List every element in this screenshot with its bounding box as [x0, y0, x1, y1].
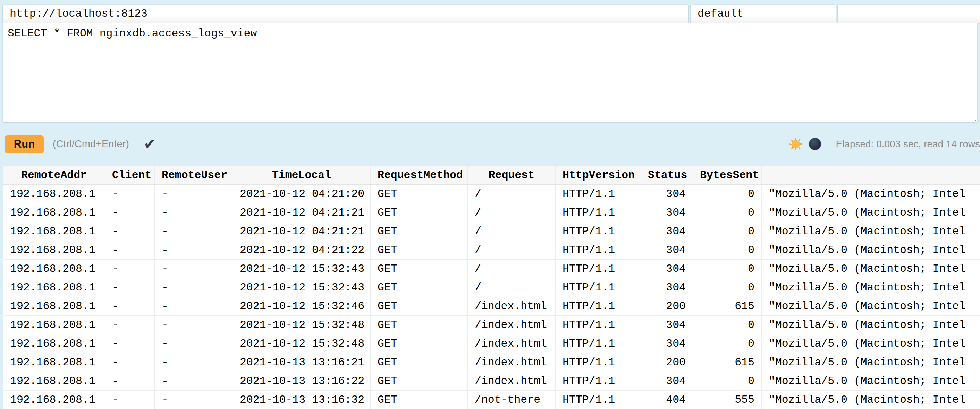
table-cell: 304 [641, 241, 693, 260]
column-header-client: Client [105, 166, 155, 185]
table-cell: / [468, 222, 555, 241]
table-cell: HTTP/1.1 [555, 203, 641, 222]
column-header-useragent [762, 166, 980, 185]
table-cell: "Mozilla/5.0 (Macintosh; Intel [762, 203, 980, 222]
table-cell: /index.html [468, 353, 555, 372]
table-cell: - [155, 353, 233, 372]
table-cell: GET [371, 316, 468, 334]
table-cell: 192.168.208.1 [3, 241, 105, 260]
table-cell: 615 [693, 353, 762, 372]
table-cell: - [155, 391, 233, 409]
shortcut-hint: (Ctrl/Cmd+Enter) [53, 138, 129, 150]
table-cell: 304 [641, 278, 693, 297]
table-cell: GET [371, 353, 468, 372]
table-cell: - [155, 372, 233, 391]
table-cell: / [468, 260, 555, 278]
password-input[interactable] [838, 5, 980, 22]
table-cell: "Mozilla/5.0 (Macintosh; Intel [762, 334, 980, 353]
column-header-requestmethod: RequestMethod [371, 166, 468, 185]
results-body: 192.168.208.1--2021-10-12 04:21:20GET/HT… [3, 185, 980, 409]
table-cell: HTTP/1.1 [555, 334, 641, 353]
table-cell: HTTP/1.1 [555, 241, 641, 260]
table-row: 192.168.208.1--2021-10-12 15:32:46GET/in… [3, 297, 980, 316]
table-cell: 304 [641, 372, 693, 391]
table-row: 192.168.208.1--2021-10-12 15:32:48GET/in… [3, 316, 980, 334]
table-cell: / [468, 241, 555, 260]
query-textarea[interactable]: SELECT * FROM nginxdb.access_logs_view [3, 23, 977, 122]
run-button[interactable]: Run [5, 135, 44, 153]
server-url-input[interactable] [3, 5, 689, 22]
table-cell: 304 [641, 260, 693, 278]
table-cell: HTTP/1.1 [555, 278, 641, 297]
table-cell: 192.168.208.1 [3, 353, 105, 372]
column-header-request: Request [468, 166, 555, 185]
table-cell: /index.html [468, 297, 555, 316]
table-cell: - [105, 222, 155, 241]
table-cell: 0 [693, 222, 762, 241]
table-cell: 2021-10-13 13:16:21 [233, 353, 371, 372]
moon-dark-theme-icon[interactable] [809, 138, 821, 150]
table-cell: - [105, 185, 155, 203]
table-cell: 192.168.208.1 [3, 260, 105, 278]
table-cell: "Mozilla/5.0 (Macintosh; Intel [762, 185, 980, 203]
table-cell: - [155, 260, 233, 278]
table-row: 192.168.208.1--2021-10-13 13:16:22GET/in… [3, 372, 980, 391]
table-cell: GET [371, 203, 468, 222]
table-row: 192.168.208.1--2021-10-12 15:32:43GET/HT… [3, 278, 980, 297]
sun-light-theme-icon[interactable] [789, 138, 802, 151]
table-cell: 2021-10-12 04:21:21 [233, 203, 371, 222]
table-cell: GET [371, 260, 468, 278]
table-cell: HTTP/1.1 [555, 222, 641, 241]
table-row: 192.168.208.1--2021-10-12 04:21:20GET/HT… [3, 185, 980, 203]
username-input[interactable] [690, 5, 836, 22]
table-cell: 192.168.208.1 [3, 372, 105, 391]
table-cell: GET [371, 372, 468, 391]
table-cell: / [468, 203, 555, 222]
column-header-remoteaddr: RemoteAddr [3, 166, 105, 185]
table-cell: 404 [641, 391, 693, 409]
table-cell: GET [371, 185, 468, 203]
run-toolbar: Run (Ctrl/Cmd+Enter) ✔ Elapsed: 0.003 se… [0, 122, 980, 166]
table-cell: - [105, 372, 155, 391]
table-cell: - [105, 353, 155, 372]
table-cell: - [105, 391, 155, 409]
table-cell: 0 [693, 203, 762, 222]
table-cell: GET [371, 391, 468, 409]
table-cell: GET [371, 222, 468, 241]
table-cell: - [155, 297, 233, 316]
table-row: 192.168.208.1--2021-10-13 13:16:32GET/no… [3, 391, 980, 409]
table-cell: 0 [693, 316, 762, 334]
query-stats: Elapsed: 0.003 sec, read 14 rows [836, 139, 980, 150]
table-cell: - [105, 297, 155, 316]
table-cell: HTTP/1.1 [555, 297, 641, 316]
table-cell: GET [371, 334, 468, 353]
table-cell: - [155, 185, 233, 203]
table-cell: 192.168.208.1 [3, 222, 105, 241]
table-cell: 0 [693, 185, 762, 203]
table-cell: 192.168.208.1 [3, 203, 105, 222]
table-cell: 0 [693, 260, 762, 278]
table-cell: "Mozilla/5.0 (Macintosh; Intel [762, 222, 980, 241]
table-cell: 0 [693, 241, 762, 260]
query-editor: SELECT * FROM nginxdb.access_logs_view [3, 23, 977, 122]
table-cell: 0 [693, 372, 762, 391]
table-row: 192.168.208.1--2021-10-12 15:32:43GET/HT… [3, 260, 980, 278]
table-cell: - [155, 203, 233, 222]
table-cell: 2021-10-12 15:32:46 [233, 297, 371, 316]
table-cell: 615 [693, 297, 762, 316]
table-cell: 200 [641, 297, 693, 316]
table-cell: HTTP/1.1 [555, 316, 641, 334]
table-cell: - [105, 316, 155, 334]
column-header-timelocal: TimeLocal [233, 166, 371, 185]
table-row: 192.168.208.1--2021-10-12 15:32:48GET/in… [3, 334, 980, 353]
table-cell: - [105, 334, 155, 353]
table-cell: / [468, 185, 555, 203]
table-cell: 200 [641, 353, 693, 372]
table-cell: /not-there [468, 391, 555, 409]
table-cell: "Mozilla/5.0 (Macintosh; Intel [762, 260, 980, 278]
table-cell: "Mozilla/5.0 (Macintosh; Intel [762, 297, 980, 316]
table-cell: "Mozilla/5.0 (Macintosh; Intel [762, 316, 980, 334]
table-cell: HTTP/1.1 [555, 260, 641, 278]
table-cell: 2021-10-12 15:32:43 [233, 260, 371, 278]
table-cell: 192.168.208.1 [3, 278, 105, 297]
